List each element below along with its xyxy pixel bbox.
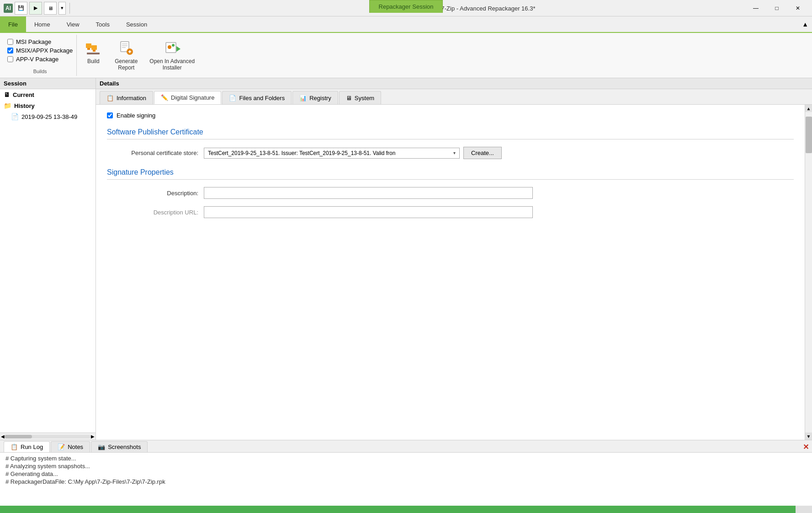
log-line-1: # Analyzing system snapshots...: [5, 462, 807, 470]
enable-signing-checkbox[interactable]: [107, 112, 113, 118]
svg-rect-3: [93, 50, 96, 52]
appv-checkbox-text: APP-V Package: [16, 56, 58, 63]
enable-signing-label[interactable]: Enable signing: [117, 112, 155, 119]
cert-store-combobox[interactable]: TestCert_2019-9-25_13-8-51. Issuer: Test…: [204, 148, 460, 159]
system-tab-label: System: [355, 95, 374, 102]
menu-bar: File Home View Tools Session ▲: [0, 16, 812, 33]
menu-home[interactable]: Home: [26, 16, 58, 32]
bottom-panel: 📋 Run Log 📝 Notes 📷 Screenshots ✕ # Capt…: [0, 440, 812, 513]
bottom-tabs: 📋 Run Log 📝 Notes 📷 Screenshots ✕: [0, 440, 812, 453]
create-cert-btn[interactable]: Create...: [463, 147, 502, 159]
progress-bar-container: [0, 506, 812, 513]
tab-information[interactable]: 📋 Information: [100, 91, 153, 104]
scroll-track[interactable]: [805, 112, 812, 433]
bottom-panel-close-btn[interactable]: ✕: [801, 442, 810, 451]
menu-tools[interactable]: Tools: [88, 16, 118, 32]
build-btn[interactable]: Build: [79, 37, 108, 68]
current-icon: 🖥: [4, 91, 10, 98]
log-line-3: # RepackagerDataFile: C:\My App\7-Zip-Fi…: [5, 478, 807, 486]
registry-tab-label: Registry: [309, 95, 331, 102]
details-area: Details 📋 Information ✏️ Digital Signatu…: [96, 78, 812, 440]
cert-store-label: Personal certificate store:: [107, 150, 198, 156]
save-btn[interactable]: 💾: [15, 2, 27, 15]
menu-file[interactable]: File: [0, 16, 26, 32]
appv-checkbox[interactable]: [7, 56, 13, 62]
tab-files-folders[interactable]: 📄 Files and Folders: [222, 91, 292, 104]
description-url-input[interactable]: [204, 206, 533, 218]
run-btn[interactable]: ▶: [29, 2, 42, 15]
scroll-thumb[interactable]: [806, 117, 812, 153]
log-line-2: # Generating data...: [5, 470, 807, 478]
build-label: Build: [87, 58, 100, 64]
bottom-tab-runlog[interactable]: 📋 Run Log: [4, 441, 50, 452]
screenshots-tab-label: Screenshots: [108, 444, 141, 450]
details-header: Details: [96, 78, 812, 89]
info-tab-label: Information: [117, 95, 146, 102]
tabs-bar: 📋 Information ✏️ Digital Signature 📄 Fil…: [96, 89, 812, 105]
software-publisher-cert-title: Software Publisher Certificate: [107, 128, 794, 139]
bottom-tab-notes[interactable]: 📝 Notes: [51, 441, 90, 452]
display-dropdown-btn[interactable]: ▾: [58, 2, 66, 15]
sidebar-item-current[interactable]: 🖥 Current: [0, 89, 96, 100]
history-icon: 📁: [4, 102, 11, 109]
digi-tab-label: Digital Signature: [171, 94, 214, 101]
tab-digital-signature[interactable]: ✏️ Digital Signature: [154, 91, 221, 104]
bottom-tab-screenshots[interactable]: 📷 Screenshots: [91, 441, 148, 452]
open-ai-icon: [164, 40, 180, 56]
build-icon: [85, 40, 101, 56]
description-input[interactable]: [204, 187, 533, 199]
svg-rect-2: [91, 45, 97, 50]
scroll-up-btn[interactable]: ▲: [805, 105, 812, 112]
session-sidebar: Session 🖥 Current 📁 History 📄 2019-09-25…: [0, 78, 96, 440]
build-checkboxes: MSI Package MSIX/APPX Package APP-V Pack…: [7, 37, 73, 64]
main-area: Session 🖥 Current 📁 History 📄 2019-09-25…: [0, 78, 812, 440]
hscroll-thumb[interactable]: [5, 435, 32, 438]
generate-report-btn[interactable]: GenerateReport: [110, 37, 143, 74]
msi-checkbox-label[interactable]: MSI Package: [7, 38, 73, 45]
hscroll-track[interactable]: [5, 435, 91, 438]
session-header: Session: [0, 78, 96, 89]
builds-label: Builds: [7, 69, 73, 74]
hscroll-left[interactable]: ◀: [1, 434, 5, 439]
window-title: 7-Zip - Advanced Repackager 16.3*: [441, 5, 536, 12]
svg-marker-15: [176, 46, 180, 52]
open-ai-btn[interactable]: Open In AdvancedInstaller: [144, 37, 200, 74]
separator: [69, 3, 70, 14]
hscroll-right[interactable]: ▶: [91, 434, 95, 439]
close-btn[interactable]: ✕: [787, 0, 808, 16]
menu-right: ▲: [798, 16, 812, 32]
generate-report-icon: [118, 40, 134, 56]
menu-view[interactable]: View: [58, 16, 88, 32]
sidebar-item-history[interactable]: 📁 History: [0, 100, 96, 111]
app-icon: AI: [4, 4, 13, 13]
active-ribbon-tab[interactable]: Repackager Session: [369, 0, 443, 13]
notes-tab-label: Notes: [68, 444, 83, 450]
description-url-label: Description URL:: [107, 209, 198, 216]
msi-checkbox[interactable]: [7, 39, 13, 45]
title-bar: AI 💾 ▶ 🖥 ▾ Repackager Session 7-Zip - Ad…: [0, 0, 812, 16]
tab-system[interactable]: 🖥 System: [339, 91, 381, 104]
msix-checkbox-label[interactable]: MSIX/APPX Package: [7, 47, 73, 54]
tab-registry[interactable]: 📊 Registry: [292, 91, 338, 104]
sidebar-item-session[interactable]: 📄 2019-09-25 13-38-49: [0, 111, 96, 122]
bottom-scroll-container: # Capturing system state... # Analyzing …: [0, 453, 812, 506]
display-btn[interactable]: 🖥: [44, 2, 57, 15]
info-tab-icon: 📋: [106, 95, 114, 102]
system-tab-icon: 🖥: [346, 95, 352, 102]
minimize-btn[interactable]: —: [745, 0, 766, 16]
runlog-tab-icon: 📋: [11, 444, 18, 450]
open-ai-label: Open In AdvancedInstaller: [149, 58, 195, 71]
maximize-btn[interactable]: □: [766, 0, 787, 16]
details-vscroll[interactable]: ▲ ▼: [805, 105, 812, 440]
msix-checkbox-text: MSIX/APPX Package: [16, 47, 73, 54]
menu-session[interactable]: Session: [118, 16, 155, 32]
runlog-tab-label: Run Log: [21, 444, 43, 450]
collapse-icon[interactable]: ▲: [802, 21, 808, 28]
appv-checkbox-label[interactable]: APP-V Package: [7, 56, 73, 63]
digi-tab-icon: ✏️: [161, 94, 168, 101]
sidebar-scroll[interactable]: 🖥 Current 📁 History 📄 2019-09-25 13-38-4…: [0, 89, 96, 433]
svg-point-13: [168, 45, 171, 49]
scroll-down-btn[interactable]: ▼: [805, 433, 812, 440]
sidebar-hscroll[interactable]: ◀ ▶: [0, 433, 96, 440]
msix-checkbox[interactable]: [7, 48, 13, 53]
